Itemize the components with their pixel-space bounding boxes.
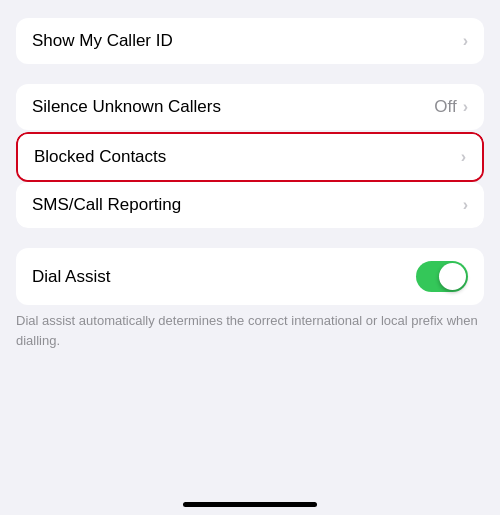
- silence-unknown-label: Silence Unknown Callers: [32, 97, 221, 117]
- toggle-track: [416, 261, 468, 292]
- chevron-icon: ›: [463, 32, 468, 50]
- show-caller-id-row[interactable]: Show My Caller ID ›: [16, 18, 484, 64]
- blocked-sms-section: Blocked Contacts › SMS/Call Reporting ›: [16, 132, 484, 228]
- settings-page: Show My Caller ID › Silence Unknown Call…: [0, 0, 500, 515]
- dial-assist-section: Dial Assist: [16, 248, 484, 305]
- silence-unknown-right: Off ›: [434, 97, 468, 117]
- silence-unknown-section: Silence Unknown Callers Off ›: [16, 84, 484, 130]
- blocked-contacts-row[interactable]: Blocked Contacts ›: [18, 134, 482, 180]
- home-indicator: [183, 502, 317, 507]
- toggle-thumb: [439, 263, 466, 290]
- dial-assist-toggle[interactable]: [416, 261, 468, 292]
- sms-reporting-row[interactable]: SMS/Call Reporting ›: [16, 182, 484, 228]
- dial-assist-right: [416, 261, 468, 292]
- show-caller-id-label: Show My Caller ID: [32, 31, 173, 51]
- show-caller-id-right: ›: [461, 32, 468, 50]
- blocked-contacts-label: Blocked Contacts: [34, 147, 166, 167]
- sms-reporting-label: SMS/Call Reporting: [32, 195, 181, 215]
- blocked-contacts-right: ›: [459, 148, 466, 166]
- caller-id-section: Show My Caller ID ›: [16, 18, 484, 64]
- sms-reporting-wrapper: SMS/Call Reporting ›: [16, 182, 484, 228]
- dial-assist-row[interactable]: Dial Assist: [16, 248, 484, 305]
- chevron-icon: ›: [463, 196, 468, 214]
- blocked-contacts-wrapper: Blocked Contacts ›: [16, 132, 484, 182]
- silence-unknown-row[interactable]: Silence Unknown Callers Off ›: [16, 84, 484, 130]
- chevron-icon: ›: [463, 98, 468, 116]
- dial-assist-description: Dial assist automatically determines the…: [0, 305, 500, 362]
- sms-reporting-right: ›: [461, 196, 468, 214]
- dial-assist-label: Dial Assist: [32, 267, 110, 287]
- chevron-icon: ›: [461, 148, 466, 166]
- silence-unknown-value: Off: [434, 97, 456, 117]
